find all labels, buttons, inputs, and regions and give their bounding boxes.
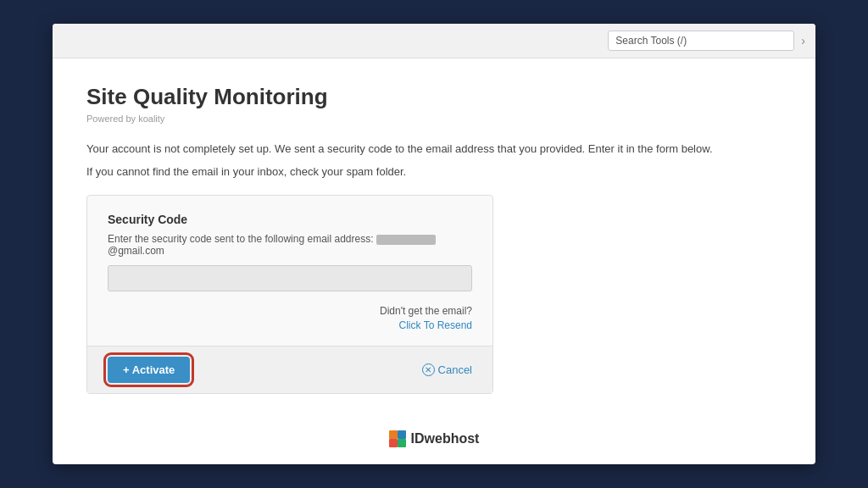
form-actions: + Activate ✕ Cancel <box>87 346 492 393</box>
logo-icon <box>389 430 406 447</box>
idwebhost-logo: IDwebhost <box>389 430 480 447</box>
page-title: Site Quality Monitoring <box>86 84 782 110</box>
email-redacted <box>376 235 436 245</box>
security-code-form-card: Security Code Enter the security code se… <box>86 195 493 394</box>
chevron-right-icon: › <box>801 34 805 47</box>
powered-by-label: Powered by koality <box>86 114 782 124</box>
info-message: Your account is not completely set up. W… <box>86 141 782 158</box>
resend-area: Didn't get the email? Click To Resend <box>108 305 472 332</box>
cancel-label: Cancel <box>438 363 472 376</box>
page-content: Site Quality Monitoring Powered by koali… <box>53 58 815 464</box>
browser-window: Search Tools (/) › Site Quality Monitori… <box>53 24 815 464</box>
spam-note: If you cannot find the email in your inb… <box>86 165 782 178</box>
activate-button[interactable]: + Activate <box>108 357 190 383</box>
didnt-get-text: Didn't get the email? <box>108 305 472 317</box>
cancel-link[interactable]: ✕ Cancel <box>422 363 472 376</box>
cancel-icon: ✕ <box>422 363 435 376</box>
brand-name: IDwebhost <box>411 431 480 446</box>
search-tools-input[interactable]: Search Tools (/) <box>608 30 794 51</box>
form-section-title: Security Code <box>108 213 472 226</box>
footer: IDwebhost <box>86 413 782 447</box>
security-code-input[interactable] <box>108 265 472 291</box>
email-domain: @gmail.com <box>108 245 164 257</box>
resend-link[interactable]: Click To Resend <box>399 319 472 331</box>
browser-toolbar: Search Tools (/) › <box>53 24 815 58</box>
email-label-text: Enter the security code sent to the foll… <box>108 233 472 257</box>
